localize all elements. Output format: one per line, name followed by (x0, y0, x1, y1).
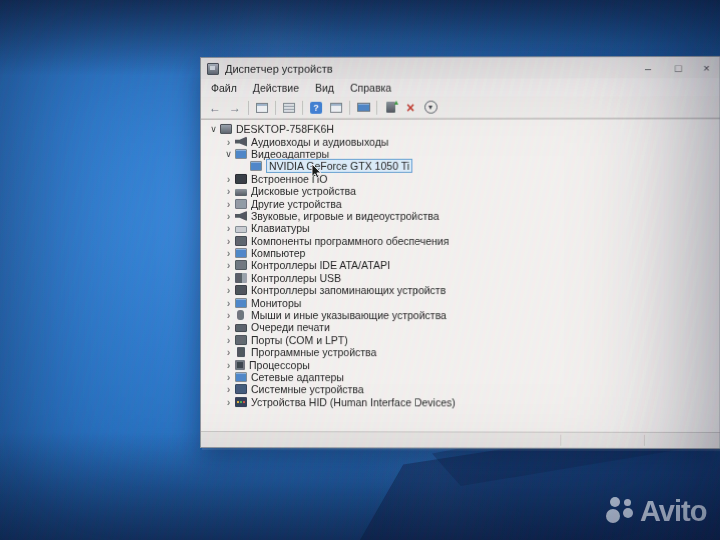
chevron-right-icon[interactable]: › (222, 371, 235, 383)
tree-item-video-adapters[interactable]: ∨Видеоадаптеры (205, 147, 720, 160)
chevron-right-icon[interactable]: › (222, 210, 235, 222)
sound-icon (235, 211, 247, 221)
tree-item-ports[interactable]: ›Порты (COM и LPT) (205, 334, 720, 347)
show-panel-button[interactable] (326, 98, 346, 116)
back-button[interactable]: ← (205, 98, 225, 116)
tree-item-usb-controllers[interactable]: ›Контроллеры USB (205, 272, 720, 285)
chevron-right-icon[interactable]: › (222, 173, 235, 185)
console-tree-button[interactable] (252, 98, 272, 116)
display-icon (235, 149, 247, 159)
menu-view[interactable]: Вид (307, 79, 342, 97)
disable-device-button[interactable]: ▾ (420, 98, 440, 116)
chevron-right-icon[interactable]: › (222, 259, 235, 271)
tree-item-audio-io[interactable]: ›Аудиовходы и аудиовыходы (205, 135, 720, 148)
close-button[interactable]: × (693, 57, 719, 78)
tree-item-keyboards[interactable]: ›Клавиатуры (205, 222, 720, 235)
tree-item-label[interactable]: Сетевые адаптеры (251, 371, 344, 383)
tree-item-label[interactable]: Видеоадаптеры (251, 148, 329, 160)
menu-file[interactable]: Файл (203, 79, 245, 97)
tree-item-disk-devices[interactable]: ›Дисковые устройства (205, 185, 720, 198)
uninstall-device-button[interactable]: × (400, 98, 420, 116)
tree-item-mice[interactable]: ›Мыши и иные указывающие устройства (205, 309, 720, 322)
chevron-right-icon[interactable]: › (222, 235, 235, 247)
window-title: Диспетчер устройств (225, 62, 333, 74)
tree-item-label[interactable]: NVIDIA GeForce GTX 1050 Ti (266, 159, 412, 173)
chevron-right-icon[interactable]: › (222, 334, 235, 346)
tree-item-label[interactable]: Мыши и иные указывающие устройства (251, 309, 446, 321)
tree-item-monitors[interactable]: ›Мониторы (205, 296, 720, 309)
chevron-right-icon[interactable]: › (222, 185, 235, 197)
tree-item-label[interactable]: Компьютер (251, 247, 305, 259)
tree-item-sound-game-video[interactable]: ›Звуковые, игровые и видеоустройства (205, 209, 720, 222)
tree-item-label[interactable]: Другие устройства (251, 197, 342, 209)
tree-item-label[interactable]: Контроллеры USB (251, 272, 341, 284)
chevron-right-icon[interactable]: › (222, 321, 235, 333)
tree-item-computer[interactable]: ›Компьютер (205, 247, 720, 259)
tree-item-label[interactable]: Порты (COM и LPT) (251, 334, 348, 346)
tree-item-label[interactable]: DESKTOP-758FK6H (236, 123, 334, 135)
menu-help[interactable]: Справка (342, 79, 399, 97)
menu-action[interactable]: Действие (245, 79, 307, 97)
chevron-right-icon[interactable]: › (222, 198, 235, 210)
printer-icon (235, 324, 247, 332)
properties-button[interactable] (279, 98, 299, 116)
tree-item-software-devices[interactable]: ›Программные устройства (205, 346, 720, 359)
title-bar[interactable]: Диспетчер устройств – □ × (201, 57, 720, 79)
tree-item-label[interactable]: Дисковые устройства (251, 185, 356, 197)
tree-item-label[interactable]: Очереди печати (251, 321, 330, 333)
tree-item-desktop[interactable]: ∨DESKTOP-758FK6H (205, 122, 720, 135)
monitor-icon (235, 298, 247, 308)
tree-item-other-devices[interactable]: ›Другие устройства (205, 197, 720, 210)
tree-item-software-components[interactable]: ›Компоненты программного обеспечения (205, 234, 720, 246)
chevron-right-icon[interactable]: › (222, 383, 235, 395)
disk-icon (235, 189, 247, 196)
status-bar (201, 431, 720, 448)
tree-item-nvidia-gtx-1050-ti[interactable]: NVIDIA GeForce GTX 1050 Ti (205, 160, 720, 173)
tree-item-label[interactable]: Процессоры (249, 359, 310, 371)
help-button[interactable]: ? (306, 98, 326, 116)
tree-item-label[interactable]: Звуковые, игровые и видеоустройства (251, 210, 439, 222)
scan-hardware-button[interactable] (353, 98, 373, 116)
chevron-right-icon[interactable]: › (222, 272, 235, 284)
chevron-right-icon[interactable]: › (222, 309, 235, 321)
tree-item-label[interactable]: Контроллеры запоминающих устройств (251, 284, 446, 296)
tree-item-label[interactable]: Аудиовходы и аудиовыходы (251, 135, 389, 147)
tree-item-label[interactable]: Клавиатуры (251, 222, 310, 234)
tree-item-storage-controllers[interactable]: ›Контроллеры запоминающих устройств (205, 284, 720, 297)
tree-item-label[interactable]: Встроенное ПО (251, 173, 328, 185)
tree-item-ide-controllers[interactable]: ›Контроллеры IDE ATA/ATAPI (205, 259, 720, 271)
toolbar-separator (275, 100, 276, 114)
chevron-down-icon[interactable]: ∨ (207, 123, 220, 135)
avito-watermark: Avito (598, 494, 706, 528)
chevron-right-icon[interactable]: › (222, 396, 235, 408)
chevron-right-icon[interactable]: › (222, 346, 235, 358)
forward-icon: → (229, 100, 241, 114)
tree-item-label[interactable]: Устройства HID (Human Interface Devices) (251, 396, 455, 408)
tree-item-label[interactable]: Компоненты программного обеспечения (251, 235, 449, 247)
maximize-button[interactable]: □ (663, 57, 693, 78)
chevron-right-icon[interactable]: › (222, 359, 235, 371)
device-manager-icon (207, 62, 219, 74)
tree-item-processors[interactable]: ›Процессоры (205, 358, 720, 371)
chevron-right-icon[interactable]: › (222, 247, 235, 259)
tree-item-label[interactable]: Контроллеры IDE ATA/ATAPI (251, 259, 390, 271)
tree-item-label[interactable]: Программные устройства (251, 346, 377, 358)
tree-item-print-queues[interactable]: ›Очереди печати (205, 321, 720, 334)
desktop-wallpaper: Диспетчер устройств – □ × ФайлДействиеВи… (0, 0, 720, 540)
tree-item-hid-devices[interactable]: ›Устройства HID (Human Interface Devices… (205, 396, 720, 409)
tree-item-label[interactable]: Мониторы (251, 297, 301, 309)
forward-button[interactable]: → (225, 98, 245, 116)
display-icon (250, 161, 262, 171)
tree-item-label[interactable]: Системные устройства (251, 383, 364, 395)
tree-item-network-adapters[interactable]: ›Сетевые адаптеры (205, 371, 720, 384)
chevron-right-icon[interactable]: › (222, 284, 235, 296)
chevron-right-icon[interactable]: › (222, 222, 235, 234)
chevron-right-icon[interactable]: › (222, 297, 235, 309)
chevron-down-icon[interactable]: ∨ (222, 148, 235, 160)
tree-item-system-devices[interactable]: ›Системные устройства (205, 383, 720, 396)
back-icon: ← (209, 100, 221, 114)
minimize-button[interactable]: – (633, 57, 663, 78)
update-driver-button[interactable] (380, 98, 400, 116)
tree-item-firmware[interactable]: ›Встроенное ПО (205, 172, 720, 185)
chevron-right-icon[interactable]: › (222, 136, 235, 148)
